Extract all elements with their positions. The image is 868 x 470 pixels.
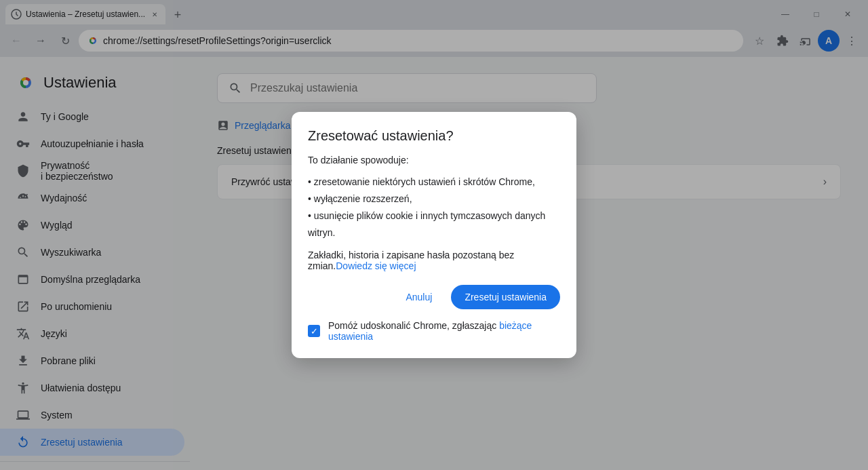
reset-dialog: Zresetować ustawienia? To działanie spow… xyxy=(292,112,576,359)
dialog-list-item-3: • usunięcie plików cookie i innych tymcz… xyxy=(308,208,560,241)
dialog-title: Zresetować ustawienia? xyxy=(308,128,560,144)
reset-button[interactable]: Zresetuj ustawienia xyxy=(451,285,560,309)
learn-more-link[interactable]: Dowiedz się więcej xyxy=(336,260,416,271)
help-improve-checkbox[interactable]: ✓ xyxy=(308,325,320,337)
dialog-list-item-1: • zresetowanie niektórych ustawień i skr… xyxy=(308,174,560,191)
dialog-buttons: Anuluj Zresetuj ustawienia xyxy=(308,285,560,309)
dialog-overlay: Zresetować ustawienia? To działanie spow… xyxy=(0,0,868,470)
dialog-list: • zresetowanie niektórych ustawień i skr… xyxy=(308,174,560,250)
dialog-note: Zakładki, historia i zapisane hasła pozo… xyxy=(308,250,560,271)
dialog-subtitle: To działanie spowoduje: xyxy=(308,155,560,165)
dialog-checkbox-row: ✓ Pomóż udoskonalić Chrome, zgłaszając b… xyxy=(308,320,560,342)
dialog-list-item-2: • wyłączenie rozszerzeń, xyxy=(308,191,560,208)
checkbox-label: Pomóż udoskonalić Chrome, zgłaszając bie… xyxy=(328,320,560,342)
checkmark-icon: ✓ xyxy=(311,326,318,336)
cancel-button[interactable]: Anuluj xyxy=(392,285,446,309)
